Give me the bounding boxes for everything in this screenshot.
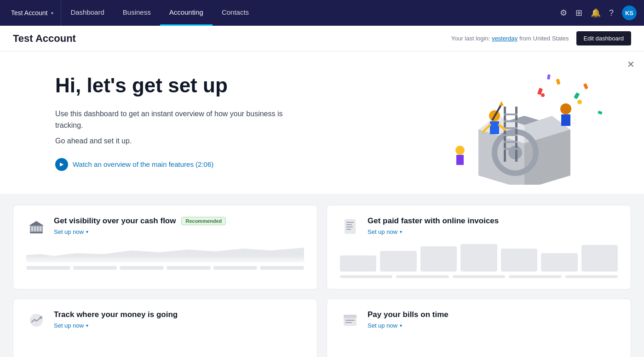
skeleton-bottom-bars [340,275,618,278]
card-header: Get paid faster with online invoices Set… [340,216,618,237]
card-header: Track where your money is going Set up n… [26,310,304,330]
help-icon[interactable]: ? [609,8,614,18]
card-title-row: Get visibility over your cash flow Recom… [54,216,304,226]
cash-flow-skeleton-chart [26,244,304,272]
card-title-area: Track where your money is going Set up n… [54,310,304,329]
hero-description: Use this dashboard to get an instant ove… [55,108,294,131]
money-card: Track where your money is going Set up n… [13,299,317,357]
svg-rect-24 [574,92,580,99]
nav-accounting[interactable]: Accounting [160,0,213,26]
svg-point-20 [560,103,571,114]
svg-rect-51 [345,322,352,323]
bell-icon[interactable]: 🔔 [591,8,601,18]
svg-marker-39 [29,221,44,226]
svg-rect-10 [504,113,518,115]
hero-illustration [423,61,607,185]
card-header: Get visibility over your cash flow Recom… [26,216,304,237]
svg-rect-11 [504,120,518,122]
svg-point-28 [541,93,545,97]
invoices-setup-link[interactable]: Set up now ▾ [368,228,618,235]
svg-point-47 [40,316,42,319]
card-title-area: Get visibility over your cash flow Recom… [54,216,304,235]
svg-rect-14 [504,141,518,143]
last-login-text: Your last login: yesterday from United S… [451,35,569,42]
invoice-icon [340,216,360,237]
settings-icon[interactable]: ⚙ [560,8,567,18]
recommended-badge: Recommended [181,217,226,225]
card-title: Track where your money is going [54,310,178,319]
hero-text: Hi, let's get set up Use this dashboard … [55,74,294,171]
card-title-row: Get paid faster with online invoices [368,216,618,226]
card-title-area: Pay your bills on time Set up now ▾ [368,310,618,329]
svg-rect-36 [34,227,36,231]
close-banner-button[interactable]: ✕ [627,59,635,70]
hero-title: Hi, let's get set up [55,74,294,96]
svg-rect-43 [346,224,352,225]
nav-contacts[interactable]: Contacts [213,0,258,26]
sub-header: Test Account Your last login: yesterday … [0,26,644,51]
svg-rect-49 [344,315,356,318]
svg-rect-40 [30,232,43,233]
svg-rect-31 [456,155,464,165]
card-title: Get paid faster with online invoices [368,216,499,226]
svg-rect-21 [561,114,570,126]
svg-rect-45 [346,229,351,230]
svg-rect-23 [556,79,561,85]
svg-rect-15 [504,148,518,150]
top-navigation: Test Account ▾ Dashboard Business Accoun… [0,0,644,26]
card-title: Get visibility over your cash flow [54,216,176,226]
bills-icon [340,310,360,330]
svg-point-30 [455,146,465,155]
chevron-down-icon: ▾ [86,323,88,328]
svg-rect-37 [37,227,39,231]
chevron-down-icon: ▾ [400,323,402,328]
card-title: Pay your bills on time [368,310,448,319]
money-icon [26,310,46,330]
nav-links: Dashboard Business Accounting Contacts [61,0,560,26]
card-title-row: Track where your money is going [54,310,304,319]
hero-video-link[interactable]: ▶ Watch an overview of the main features… [55,158,294,171]
card-title-row: Pay your bills on time [368,310,618,319]
money-setup-link[interactable]: Set up now ▾ [54,322,304,329]
chevron-down-icon: ▾ [400,229,402,234]
svg-rect-26 [583,83,588,90]
invoices-card: Get paid faster with online invoices Set… [327,205,631,289]
play-icon: ▶ [55,158,68,171]
chevron-down-icon: ▾ [51,11,53,16]
svg-rect-29 [598,111,602,114]
svg-rect-42 [346,222,354,223]
user-avatar[interactable]: KS [622,6,637,20]
bills-setup-link[interactable]: Set up now ▾ [368,322,618,329]
nav-business[interactable]: Business [114,0,160,26]
svg-rect-13 [504,134,518,136]
bank-icon [26,216,46,237]
bills-card: Pay your bills on time Set up now ▾ [327,299,631,357]
svg-marker-33 [499,101,504,106]
svg-rect-38 [40,227,41,231]
svg-point-27 [577,100,582,104]
svg-rect-25 [547,74,551,80]
card-title-area: Get paid faster with online invoices Set… [368,216,618,235]
account-switcher[interactable]: Test Account ▾ [7,0,61,26]
invoices-skeleton-chart [340,244,618,272]
cash-flow-setup-link[interactable]: Set up now ▾ [54,228,304,235]
nav-dashboard[interactable]: Dashboard [61,0,113,26]
card-header: Pay your bills on time Set up now ▾ [340,310,618,330]
sub-header-actions: Your last login: yesterday from United S… [451,31,631,45]
yesterday-link[interactable]: yesterday [492,35,518,42]
svg-rect-44 [346,227,353,227]
account-label: Test Account [11,9,47,17]
feature-cards: Get visibility over your cash flow Recom… [0,194,644,357]
edit-dashboard-button[interactable]: Edit dashboard [576,31,631,45]
nav-right-icons: ⚙ ⊞ 🔔 ? KS [560,6,637,20]
svg-point-46 [30,314,43,327]
skeleton-area [26,244,304,262]
hero-sub: Go ahead and set it up. [55,137,294,145]
cash-flow-card: Get visibility over your cash flow Recom… [13,205,317,289]
grid-icon[interactable]: ⊞ [575,8,582,18]
chevron-down-icon: ▾ [86,229,88,234]
hero-banner: ✕ Hi, let's get set up Use this dashboar… [0,51,644,194]
skeleton-bars [26,266,304,270]
svg-rect-17 [490,121,499,134]
svg-rect-35 [31,227,33,231]
